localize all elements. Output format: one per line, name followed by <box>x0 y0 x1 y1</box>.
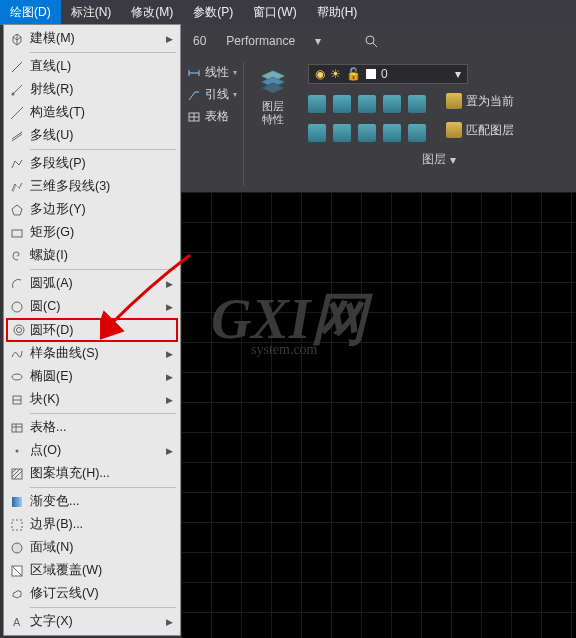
menu-item-text[interactable]: A文字(X)▶ <box>4 610 180 633</box>
menu-item-polygon[interactable]: 多边形(Y) <box>4 198 180 221</box>
menu-item-pline3d[interactable]: 三维多段线(3) <box>4 175 180 198</box>
tab-partial[interactable]: 60 <box>185 30 214 52</box>
menu-item-ellipse[interactable]: 椭圆(E)▶ <box>4 365 180 388</box>
menu-item-cube[interactable]: 建模(M)▶ <box>4 27 180 50</box>
lock-icon: 🔓 <box>346 67 361 81</box>
menu-draw[interactable]: 绘图(D) <box>0 0 61 25</box>
ray-icon <box>4 83 30 97</box>
pline3d-icon <box>4 180 30 194</box>
menu-window[interactable]: 窗口(W) <box>243 0 306 25</box>
separator <box>30 607 176 608</box>
boundary-icon <box>4 518 30 532</box>
tab-more-caret[interactable]: ▾ <box>307 30 329 52</box>
menu-item-label: 边界(B)... <box>30 516 166 533</box>
submenu-arrow-icon: ▶ <box>166 349 180 359</box>
panel-title-layer[interactable]: 图层 ▾ <box>308 147 570 172</box>
menu-item-boundary[interactable]: 边界(B)... <box>4 513 180 536</box>
menu-item-xline[interactable]: 构造线(T) <box>4 101 180 124</box>
menu-item-label: 直线(L) <box>30 58 166 75</box>
svg-line-18 <box>12 469 16 473</box>
svg-point-16 <box>16 449 19 452</box>
menu-item-revcloud[interactable]: 修订云线(V) <box>4 582 180 605</box>
wipeout-icon <box>4 564 30 578</box>
svg-line-19 <box>12 469 20 477</box>
menu-item-label: 面域(N) <box>30 539 166 556</box>
svg-point-9 <box>17 328 22 333</box>
menu-item-multi[interactable]: 多线(U) <box>4 124 180 147</box>
menu-item-table[interactable]: 表格... <box>4 416 180 439</box>
spiral-icon <box>4 249 30 263</box>
search-icon[interactable] <box>363 33 379 49</box>
menu-item-label: 圆弧(A) <box>30 275 166 292</box>
menubar: 绘图(D) 标注(N) 修改(M) 参数(P) 窗口(W) 帮助(H) <box>0 0 576 24</box>
ribbon: 60 Performance ▾ 线性▾ 引线▾ 表格 图层 特性 ◉ ☀ 🔓 … <box>181 24 576 192</box>
svg-rect-6 <box>12 230 22 237</box>
menu-item-label: 文字(X) <box>30 613 166 630</box>
menu-item-hatch[interactable]: 图案填充(H)... <box>4 462 180 485</box>
menu-param[interactable]: 参数(P) <box>183 0 243 25</box>
point-icon <box>4 444 30 458</box>
menu-item-circle[interactable]: 圆(C)▶ <box>4 295 180 318</box>
menu-modify[interactable]: 修改(M) <box>121 0 183 25</box>
menu-item-point[interactable]: 点(O)▶ <box>4 439 180 462</box>
layer-tool-icon[interactable] <box>383 124 401 142</box>
menu-item-region[interactable]: 面域(N) <box>4 536 180 559</box>
ribbon-tabs: 60 Performance ▾ <box>181 24 576 58</box>
menu-item-label: 样条曲线(S) <box>30 345 166 362</box>
layer-tool-icon[interactable] <box>408 95 426 113</box>
layer-tool-icon[interactable] <box>408 124 426 142</box>
svg-line-3 <box>11 107 23 119</box>
menu-item-label: 区域覆盖(W) <box>30 562 166 579</box>
hatch-icon <box>4 467 30 481</box>
menu-item-label: 圆环(D) <box>30 322 162 339</box>
layer-tool-icon[interactable] <box>358 95 376 113</box>
menu-item-label: 椭圆(E) <box>30 368 166 385</box>
menu-item-donut[interactable]: 圆环(D) <box>6 318 178 342</box>
menu-item-ray[interactable]: 射线(R) <box>4 78 180 101</box>
menu-item-spiral[interactable]: 螺旋(I) <box>4 244 180 267</box>
arc-icon <box>4 277 30 291</box>
menu-item-label: 圆(C) <box>30 298 166 315</box>
menu-item-pline[interactable]: 多段线(P) <box>4 152 180 175</box>
submenu-arrow-icon: ▶ <box>166 395 180 405</box>
menu-item-arc[interactable]: 圆弧(A)▶ <box>4 272 180 295</box>
menu-item-label: 构造线(T) <box>30 104 166 121</box>
linear-dim-button[interactable]: 线性▾ <box>187 64 237 81</box>
match-layer-button[interactable]: 匹配图层 <box>446 122 514 139</box>
ellipse-icon <box>4 370 30 384</box>
menu-item-label: 矩形(G) <box>30 224 166 241</box>
menu-item-label: 图案填充(H)... <box>30 465 166 482</box>
menu-help[interactable]: 帮助(H) <box>307 0 368 25</box>
layer-tool-icon[interactable] <box>308 124 326 142</box>
layer-selector[interactable]: ◉ ☀ 🔓 0 ▾ <box>308 64 468 84</box>
menu-item-line[interactable]: 直线(L) <box>4 55 180 78</box>
layer-tool-icon[interactable] <box>333 95 351 113</box>
menu-item-rect[interactable]: 矩形(G) <box>4 221 180 244</box>
layer-tool-icon[interactable] <box>308 95 326 113</box>
gradient-icon <box>4 495 30 509</box>
tab-performance[interactable]: Performance <box>218 30 303 52</box>
drawing-canvas[interactable]: GXI网 system.com <box>181 192 576 638</box>
leader-button[interactable]: 引线▾ <box>187 86 237 103</box>
menu-item-block[interactable]: 块(K)▶ <box>4 388 180 411</box>
donut-icon <box>8 323 30 337</box>
layer-tool-icon[interactable] <box>358 124 376 142</box>
xline-icon <box>4 106 30 120</box>
layer-tool-icon[interactable] <box>383 95 401 113</box>
menu-item-label: 建模(M) <box>30 30 166 47</box>
layer-properties-button[interactable]: 图层 特性 <box>250 64 296 128</box>
layer-tool-icon[interactable] <box>333 124 351 142</box>
svg-rect-22 <box>12 520 22 530</box>
table-button[interactable]: 表格 <box>187 108 237 125</box>
menu-annotate[interactable]: 标注(N) <box>61 0 122 25</box>
menu-item-spline[interactable]: 样条曲线(S)▶ <box>4 342 180 365</box>
svg-rect-17 <box>12 469 22 479</box>
svg-point-8 <box>14 325 24 335</box>
menu-item-wipeout[interactable]: 区域覆盖(W) <box>4 559 180 582</box>
draw-dropdown: 建模(M)▶直线(L)射线(R)构造线(T)多线(U)多段线(P)三维多段线(3… <box>3 24 181 636</box>
svg-point-10 <box>12 374 22 380</box>
svg-point-23 <box>12 543 22 553</box>
sun-icon: ☀ <box>330 67 341 81</box>
set-current-layer-button[interactable]: 置为当前 <box>446 93 514 110</box>
menu-item-gradient[interactable]: 渐变色... <box>4 490 180 513</box>
